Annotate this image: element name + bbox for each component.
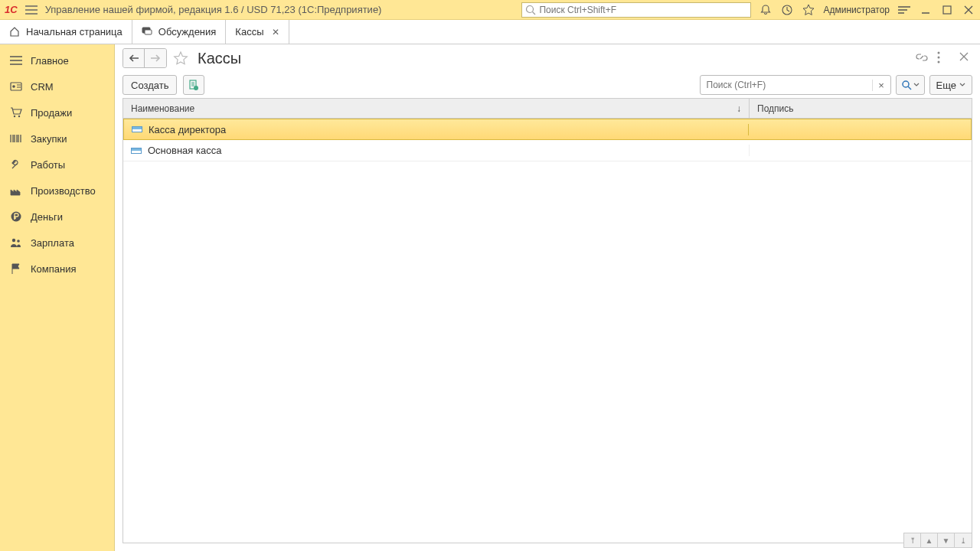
footer-nav: ⤒ ▲ ▼ ⤓ (903, 533, 972, 548)
toolbar: Создать × Еще (115, 72, 980, 98)
tab-home[interactable]: Начальная страница (0, 20, 132, 44)
search-input[interactable] (701, 80, 872, 90)
svg-point-12 (938, 52, 940, 54)
svg-point-16 (194, 86, 198, 90)
copy-button[interactable] (183, 75, 204, 95)
cart-icon (9, 106, 23, 119)
history-icon[interactable] (780, 3, 794, 17)
svg-point-7 (14, 116, 15, 117)
badge-icon (9, 80, 23, 93)
flag-icon (9, 262, 23, 276)
table-row[interactable]: Основная касса (123, 140, 972, 161)
column-signature[interactable]: Подпись (750, 99, 972, 118)
sidebar-item-production[interactable]: Производство (0, 178, 114, 204)
svg-point-10 (12, 239, 15, 242)
tab-discussions[interactable]: Обсуждения (132, 20, 227, 44)
kebab-icon[interactable] (937, 51, 951, 65)
bell-icon[interactable] (759, 3, 773, 17)
main-menu-icon[interactable] (24, 2, 39, 18)
tab-kassy[interactable]: Кассы ✕ (226, 20, 289, 44)
sidebar-item-money[interactable]: Деньги (0, 204, 114, 230)
svg-rect-4 (145, 30, 152, 34)
table: Наименование ↓ Подпись Касса директора О… (122, 98, 972, 543)
tab-label: Начальная страница (26, 26, 122, 37)
search-icon (525, 5, 536, 15)
cell-name: Касса директора (149, 124, 226, 135)
search-icon (901, 80, 912, 90)
user-label[interactable]: Администратор (823, 5, 890, 15)
chevron-down-icon (913, 83, 920, 87)
scroll-down-icon[interactable]: ▼ (938, 533, 955, 547)
search-box[interactable]: × (700, 75, 891, 95)
sidebar-item-label: CRM (31, 81, 54, 93)
menu-icon (9, 54, 23, 67)
svg-point-14 (938, 61, 940, 64)
link-icon[interactable] (916, 51, 929, 65)
search-button[interactable] (896, 75, 925, 95)
table-header: Наименование ↓ Подпись (123, 99, 972, 119)
sort-indicator-icon: ↓ (737, 103, 741, 114)
star-icon[interactable] (802, 3, 815, 17)
scroll-top-icon[interactable]: ⤒ (904, 533, 921, 547)
clear-search-icon[interactable]: × (872, 80, 890, 91)
chat-icon (142, 26, 154, 38)
sidebar-item-label: Компания (31, 263, 77, 275)
settings-icon[interactable] (897, 3, 911, 17)
item-icon (131, 148, 142, 154)
favorite-star-icon[interactable] (172, 49, 190, 67)
document-icon (188, 79, 200, 91)
global-search[interactable] (521, 2, 751, 18)
scroll-bottom-icon[interactable]: ⤓ (955, 533, 972, 547)
sidebar-item-label: Продажи (31, 107, 72, 119)
cell-name: Основная касса (148, 145, 221, 156)
close-tab-icon[interactable]: ✕ (272, 27, 279, 37)
content: Кассы Создать × Еще (115, 44, 980, 551)
sidebar: Главное CRM Продажи Закупки Работы Произ… (0, 44, 115, 551)
nav-back-button[interactable] (123, 49, 145, 67)
sidebar-item-main[interactable]: Главное (0, 47, 114, 73)
item-icon (132, 126, 142, 132)
chevron-down-icon (959, 83, 965, 87)
more-button[interactable]: Еще (929, 75, 972, 95)
tools-icon (9, 158, 23, 171)
close-window-icon[interactable] (962, 3, 975, 17)
nav-forward-button[interactable] (145, 49, 166, 67)
column-name[interactable]: Наименование ↓ (123, 99, 750, 118)
sidebar-item-label: Зарплата (31, 237, 74, 249)
svg-point-8 (18, 116, 20, 117)
content-header: Кассы (115, 44, 980, 72)
svg-point-17 (903, 81, 909, 87)
ruble-icon (9, 210, 23, 223)
sidebar-item-works[interactable]: Работы (0, 152, 114, 178)
minimize-icon[interactable] (919, 3, 933, 17)
sidebar-item-purchases[interactable]: Закупки (0, 126, 114, 152)
factory-icon (9, 184, 23, 197)
title-icons: Администратор (759, 3, 975, 17)
sidebar-item-label: Производство (31, 185, 96, 197)
titlebar: 1С Управление нашей фирмой, редакция 1.6… (0, 0, 980, 20)
sidebar-item-label: Работы (31, 159, 65, 171)
sidebar-item-company[interactable]: Компания (0, 256, 114, 282)
table-row[interactable]: Касса директора (123, 119, 972, 140)
svg-point-0 (527, 5, 534, 12)
close-panel-icon[interactable] (959, 51, 972, 65)
tabbar: Начальная страница Обсуждения Кассы ✕ (0, 20, 980, 44)
svg-point-11 (17, 240, 20, 243)
sidebar-item-sales[interactable]: Продажи (0, 99, 114, 126)
sidebar-item-label: Деньги (31, 211, 63, 223)
create-button[interactable]: Создать (122, 75, 177, 95)
tab-label: Кассы (235, 26, 263, 37)
tab-label: Обсуждения (158, 26, 217, 37)
svg-rect-2 (943, 6, 951, 14)
sidebar-item-crm[interactable]: CRM (0, 73, 114, 99)
sidebar-item-label: Закупки (31, 133, 67, 145)
sidebar-item-salary[interactable]: Зарплата (0, 230, 114, 256)
scroll-up-icon[interactable]: ▲ (921, 533, 938, 547)
global-search-input[interactable] (539, 5, 747, 15)
nav-group (122, 48, 167, 68)
maximize-icon[interactable] (940, 3, 954, 17)
svg-point-13 (938, 57, 940, 59)
people-icon (9, 236, 23, 249)
home-icon (9, 26, 21, 38)
page-title: Кассы (198, 50, 241, 67)
